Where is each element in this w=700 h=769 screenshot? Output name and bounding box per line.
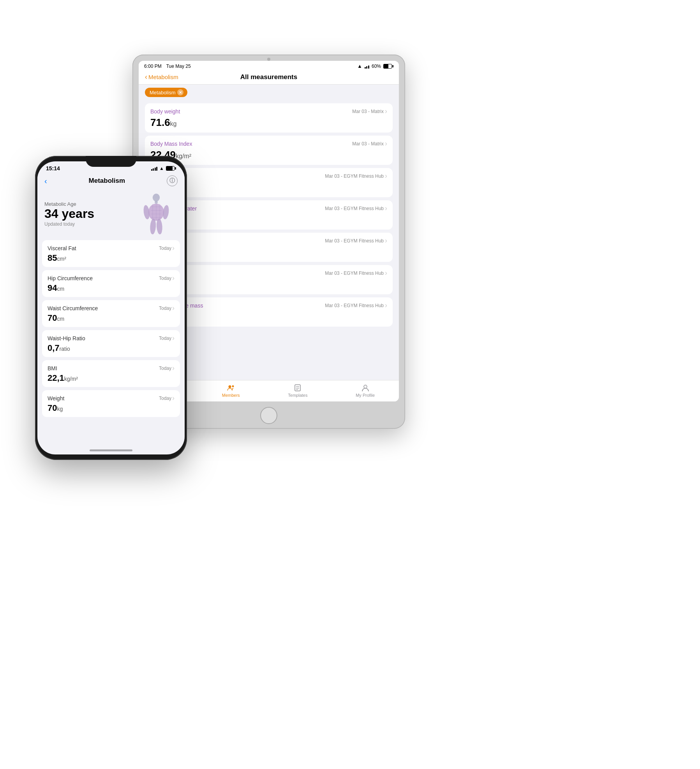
tab-templates-label: Templates xyxy=(288,393,307,398)
svg-rect-1 xyxy=(155,201,157,203)
metric-card-weight[interactable]: Weight Today 70kg xyxy=(42,390,180,417)
metric-name-hip-circ: Hip Circumference xyxy=(48,275,93,281)
measurement-date-ecw: Mar 03 - EGYM Fitness Hub xyxy=(325,204,387,212)
chevron-right-icon xyxy=(172,334,175,342)
phone-metrics-list: Visceral Fat Today 85cm² Hip Circumferen… xyxy=(37,240,185,417)
metric-card-hip-circ[interactable]: Hip Circumference Today 94cm xyxy=(42,270,180,297)
metric-card-bmi[interactable]: BMI Today 22,1kg/m² xyxy=(42,360,180,387)
tablet-home-button[interactable] xyxy=(260,407,277,424)
metric-name-visceral-fat: Visceral Fat xyxy=(48,245,76,251)
members-icon xyxy=(227,384,235,392)
measurement-date-body-fat-pct: Mar 03 - EGYM Fitness Hub xyxy=(325,172,387,180)
phone-frame: 15:14 ▲ xyxy=(35,156,187,460)
info-icon: ⓘ xyxy=(169,177,175,184)
tab-myprofile[interactable]: My Profile xyxy=(356,384,375,398)
svg-point-16 xyxy=(364,385,367,388)
tablet-status-right: ▲ 60% xyxy=(357,63,393,69)
measurement-value-body-weight: 71.6kg xyxy=(150,117,387,129)
metabolic-age-updated: Updated today xyxy=(44,221,94,227)
tablet-status-bar: 6:00 PM Tue May 25 ▲ 60% xyxy=(139,61,399,71)
chevron-right-icon xyxy=(385,172,387,180)
tablet-back-button[interactable]: ‹ Metabolism xyxy=(145,73,184,81)
back-chevron-icon xyxy=(44,177,47,186)
svg-point-0 xyxy=(153,194,160,202)
tablet-back-label: Metabolism xyxy=(148,74,178,80)
chevron-right-icon xyxy=(385,204,387,212)
tablet-status-left: 6:00 PM Tue May 25 xyxy=(144,63,191,69)
body-figure xyxy=(139,193,178,235)
tab-myprofile-label: My Profile xyxy=(356,393,375,398)
tablet-screen-title: All measurements xyxy=(184,73,354,81)
tablet-nav: ‹ Metabolism All measurements xyxy=(139,71,399,85)
svg-point-3 xyxy=(143,205,150,219)
metric-value-visceral-fat: 85cm² xyxy=(48,253,175,263)
metric-name-weight: Weight xyxy=(48,395,64,401)
back-arrow-icon: ‹ xyxy=(145,73,147,81)
phone-screen-title: Metabolism xyxy=(89,177,125,185)
tab-members-label: Members xyxy=(222,393,240,398)
measurement-label-body-weight: Body weight xyxy=(150,108,180,115)
wifi-icon: ▲ xyxy=(159,166,164,171)
tablet-signal-icon xyxy=(365,64,369,69)
tab-members[interactable]: Members xyxy=(222,384,240,398)
chevron-right-icon xyxy=(385,107,387,115)
tab-templates[interactable]: Templates xyxy=(288,384,307,398)
phone-hero-text: Metabolic Age 34 years Updated today xyxy=(44,201,94,227)
phone-device: 15:14 ▲ xyxy=(35,156,187,460)
svg-point-5 xyxy=(150,218,156,234)
phone-status-icons: ▲ xyxy=(151,166,176,171)
filter-chip-remove-button[interactable]: ✕ xyxy=(177,89,183,95)
tablet-wifi-icon: ▲ xyxy=(357,63,362,69)
tablet-date: Tue May 25 xyxy=(166,64,191,69)
templates-icon xyxy=(293,384,302,392)
phone-nav: Metabolism ⓘ xyxy=(37,173,185,189)
svg-point-4 xyxy=(162,205,170,219)
measurement-date-muscle-mass: Mar 03 - EGYM Fitness Hub xyxy=(325,301,387,309)
metric-date-bmi: Today xyxy=(159,364,175,372)
remove-filter-icon: ✕ xyxy=(179,90,182,95)
metric-date-waist-hip: Today xyxy=(159,334,175,342)
measurement-date-body-weight: Mar 03 - Matrix xyxy=(352,107,387,115)
phone-time: 15:14 xyxy=(46,165,60,171)
metric-card-visceral-fat[interactable]: Visceral Fat Today 85cm² xyxy=(42,240,180,267)
chevron-right-icon xyxy=(385,140,387,148)
measurement-date-bmi: Mar 03 - Matrix xyxy=(352,140,387,148)
metric-value-waist-hip: 0,7ratio xyxy=(48,343,175,353)
metric-value-weight: 70kg xyxy=(48,403,175,413)
chevron-right-icon xyxy=(385,269,387,277)
metric-date-hip-circ: Today xyxy=(159,274,175,282)
metric-card-waist-circ[interactable]: Waist Circumference Today 70cm xyxy=(42,300,180,327)
chevron-right-icon xyxy=(172,394,175,402)
metabolic-age-label: Metabolic Age xyxy=(44,201,94,207)
metric-date-waist-circ: Today xyxy=(159,304,175,312)
metric-value-bmi: 22,1kg/m² xyxy=(48,373,175,383)
phone-info-button[interactable]: ⓘ xyxy=(167,175,178,186)
chevron-right-icon xyxy=(172,244,175,252)
chevron-right-icon xyxy=(385,301,387,309)
battery-icon xyxy=(166,166,176,171)
svg-point-11 xyxy=(232,385,234,387)
svg-point-10 xyxy=(228,385,231,388)
phone-back-button[interactable] xyxy=(44,177,47,186)
metric-card-waist-hip[interactable]: Waist-Hip Ratio Today 0,7ratio xyxy=(42,330,180,357)
metric-date-visceral-fat: Today xyxy=(159,244,175,252)
measurement-date-body-fat-kg: Mar 03 - EGYM Fitness Hub xyxy=(325,237,387,245)
tablet-battery-pct: 60% xyxy=(372,64,381,69)
measurement-item-body-weight[interactable]: Body weight Mar 03 - Matrix 71.6kg xyxy=(145,103,393,133)
chevron-right-icon xyxy=(385,237,387,245)
filter-chip-label: Metabolism xyxy=(150,90,175,95)
metric-name-bmi: BMI xyxy=(48,365,57,371)
myprofile-icon xyxy=(361,384,370,392)
chevron-right-icon xyxy=(172,274,175,282)
metric-value-waist-circ: 70cm xyxy=(48,313,175,323)
svg-point-6 xyxy=(156,218,163,234)
measurement-date-fat-free-mass: Mar 03 - EGYM Fitness Hub xyxy=(325,269,387,277)
metabolism-filter-chip[interactable]: Metabolism ✕ xyxy=(145,88,187,97)
phone-notch xyxy=(86,156,136,167)
metabolic-age-value: 34 years xyxy=(44,207,94,221)
tablet-camera xyxy=(267,58,270,61)
metric-value-hip-circ: 94cm xyxy=(48,283,175,293)
measurement-label-bmi: Body Mass Index xyxy=(150,141,192,147)
signal-icon xyxy=(151,166,158,171)
chevron-right-icon xyxy=(172,304,175,312)
